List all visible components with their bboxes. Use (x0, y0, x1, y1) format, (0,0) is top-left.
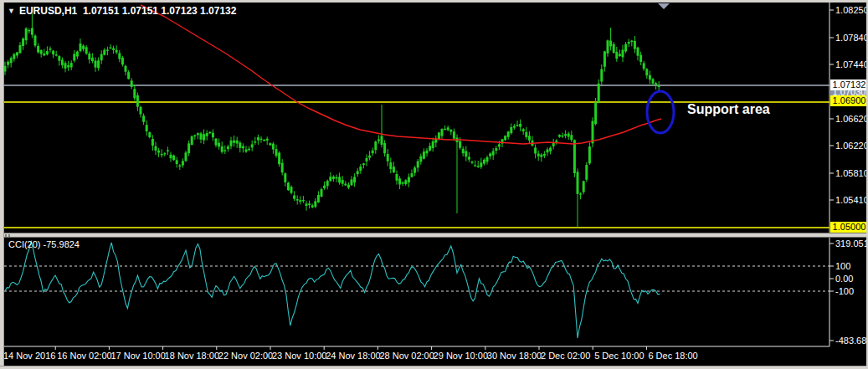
price-axis-label: 1.06620 (835, 114, 868, 124)
symbol-ohlc-text: EURUSD,H1 1.07151 1.07151 1.07123 1.0713… (19, 5, 237, 17)
time-axis-label: 16 Nov 02:00 (57, 351, 111, 361)
price-marker-box: 1.07132 (830, 79, 868, 90)
time-axis-label: 5 Dec 10:00 (594, 351, 644, 361)
support-area-label: Support area (687, 102, 770, 117)
chart-canvas[interactable] (0, 0, 868, 369)
price-axis-label: 1.07840 (835, 33, 868, 43)
cci-axis-label: 0.00 (835, 274, 853, 284)
time-axis-label: 29 Nov 10:00 (434, 351, 488, 361)
axis-lines (2, 3, 834, 350)
price-axis-label: 1.05410 (835, 195, 868, 205)
panel-splitter[interactable] (0, 233, 868, 238)
price-axis-label: 1.08250 (835, 5, 868, 15)
ma (141, 5, 661, 144)
time-axis-label: 30 Nov 18:00 (487, 351, 542, 361)
ma-line (141, 5, 661, 144)
time-axis-label: 24 Nov 18:00 (326, 351, 380, 361)
chart-shift-marker (658, 3, 670, 9)
price-axis-label: 1.07440 (835, 59, 868, 69)
splitter-grip (5, 234, 7, 237)
window-frame-bottom (0, 366, 868, 369)
chart-header: ▼ EURUSD,H1 1.07151 1.07151 1.07123 1.07… (8, 5, 236, 17)
price-marker-box: 1.05000 (830, 222, 868, 233)
price-axis-label: 1.05810 (835, 168, 868, 178)
price-axis-label: 1.06220 (835, 141, 868, 151)
cci-axis-label: -483.687 (835, 336, 868, 346)
cci-axis-label: 319.051 (835, 238, 868, 249)
time-axis-label: 14 Nov 2016 (3, 351, 55, 361)
support-ellipse-annotation[interactable] (647, 91, 674, 133)
cci-line (5, 242, 660, 338)
splitter-grip (8, 234, 10, 237)
window-frame-top (0, 0, 868, 3)
time-axis-label: 18 Nov 18:00 (165, 351, 219, 361)
cci-axis-label: -100 (835, 286, 854, 296)
time-axis-label: 28 Nov 02:00 (379, 351, 434, 361)
time-axis-label: 22 Nov 02:00 (218, 351, 273, 361)
cci-axis-label: 100 (835, 261, 850, 271)
time-axis-label: 17 Nov 10:00 (110, 351, 165, 361)
cci-indicator-label: CCI(20) -75.9824 (8, 239, 80, 249)
time-axis-label: 6 Dec 18:00 (648, 351, 697, 361)
mt4-chart-window: ▼ EURUSD,H1 1.07151 1.07151 1.07123 1.07… (0, 0, 868, 369)
window-frame-left (0, 0, 4, 369)
symbol-dropdown-icon[interactable]: ▼ (8, 6, 15, 16)
candles-series (4, 13, 660, 228)
cci-panel-graphics (4, 242, 829, 338)
price-marker-box: 1.06900 (830, 95, 868, 106)
time-axis-label: 23 Nov 10:00 (272, 351, 326, 361)
time-axis-label: 2 Dec 02:00 (541, 351, 590, 361)
